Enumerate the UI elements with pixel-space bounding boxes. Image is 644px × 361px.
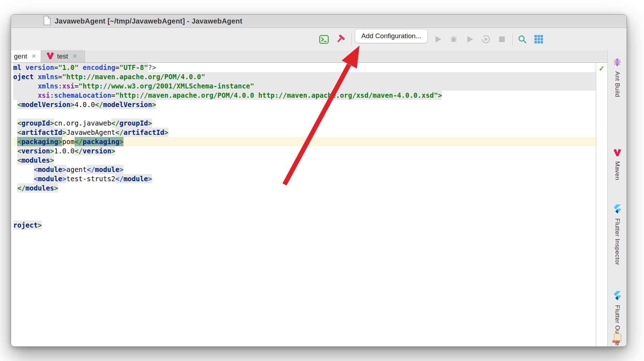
toolbar-separator-2 — [512, 33, 513, 46]
profiler-icon[interactable] — [481, 34, 491, 44]
code-line: <module>agent</module> — [13, 165, 596, 174]
editor-tab-bar: gent ✕ test ✕ — [11, 50, 627, 63]
sidebar-item-label: Flutter Inspector — [614, 218, 621, 265]
sidebar-item-flutter-inspector[interactable]: Flutter Inspector — [608, 204, 627, 265]
code-line — [13, 211, 596, 220]
code-line: <module>test-struts2</module> — [13, 174, 596, 183]
flutter-icon — [614, 204, 621, 215]
code-lines: ml version="1.0" encoding="UTF-8"?>oject… — [13, 63, 596, 230]
debug-icon[interactable] — [449, 34, 459, 44]
annotation-column-separator — [596, 63, 596, 346]
code-line: <groupId>cn.org.javaweb</groupId> — [13, 118, 596, 128]
tab-label: test — [57, 52, 68, 60]
flutter-icon — [614, 291, 621, 302]
sidebar-item-label: Ant Build — [614, 71, 621, 97]
code-line: <packaging>pom</packaging> — [13, 137, 596, 146]
terminal-icon[interactable] — [319, 34, 329, 44]
hammer-icon[interactable] — [335, 34, 345, 44]
right-tool-stripe: Ant Build Maven Flutter Inspector — [607, 50, 627, 346]
add-configuration-label: Add Configuration... — [361, 32, 421, 40]
code-line: <artifactId>JavawebAgent</artifactId> — [13, 128, 596, 137]
code-line: <modelVersion>4.0.0</modelVersion> — [13, 100, 596, 109]
run-coverage-icon[interactable] — [465, 34, 475, 44]
code-line: ml version="1.0" encoding="UTF-8"?> — [13, 63, 596, 72]
code-line: xsi:schemaLocation="http://maven.apache.… — [13, 91, 596, 100]
window-title: JavawebAgent [~/tmp/JavawebAgent] - Java… — [55, 17, 242, 25]
code-line: xmlns:xsi="http://www.w3.org/2001/XMLSch… — [13, 81, 596, 91]
tab-label: gent — [14, 52, 27, 60]
document-icon — [43, 16, 51, 27]
search-icon[interactable] — [517, 34, 527, 44]
add-configuration-button[interactable]: Add Configuration... — [355, 29, 428, 43]
title-bar: JavawebAgent [~/tmp/JavawebAgent] - Java… — [11, 15, 627, 28]
code-line: </modules> — [13, 183, 596, 193]
inspection-ok-check-icon: ✓ — [599, 64, 605, 73]
code-line — [13, 202, 596, 211]
main-toolbar: Add Configuration... — [11, 28, 627, 50]
grid-icon[interactable] — [534, 34, 544, 44]
code-line: oject xmlns="http://maven.apache.org/POM… — [13, 72, 596, 81]
code-line: <version>1.0.0</version> — [13, 146, 596, 156]
maven-v-icon — [46, 52, 54, 61]
tab-javawebagent[interactable]: gent ✕ — [11, 50, 41, 62]
close-icon[interactable]: ✕ — [31, 54, 36, 59]
sidebar-item-maven[interactable]: Maven — [608, 148, 627, 180]
asm-plugin-icon[interactable]: ASM — [612, 334, 621, 344]
ant-icon — [613, 57, 622, 68]
maven-v-icon — [613, 148, 622, 158]
code-editor[interactable]: ml version="1.0" encoding="UTF-8"?>oject… — [11, 63, 627, 346]
sidebar-item-label: Maven — [614, 161, 621, 180]
stop-icon[interactable] — [497, 34, 507, 44]
code-line — [13, 193, 596, 202]
tab-test[interactable]: test ✕ — [41, 50, 85, 62]
code-line: roject> — [13, 220, 596, 230]
asm-label: ASM — [612, 339, 619, 344]
sidebar-item-ant-build[interactable]: Ant Build — [608, 57, 627, 97]
toolbar-separator — [351, 33, 352, 46]
close-icon[interactable]: ✕ — [72, 54, 77, 59]
run-icon[interactable] — [433, 34, 443, 44]
code-line — [13, 109, 596, 118]
ide-window: JavawebAgent [~/tmp/JavawebAgent] - Java… — [11, 14, 627, 347]
code-line: <modules> — [13, 156, 596, 165]
